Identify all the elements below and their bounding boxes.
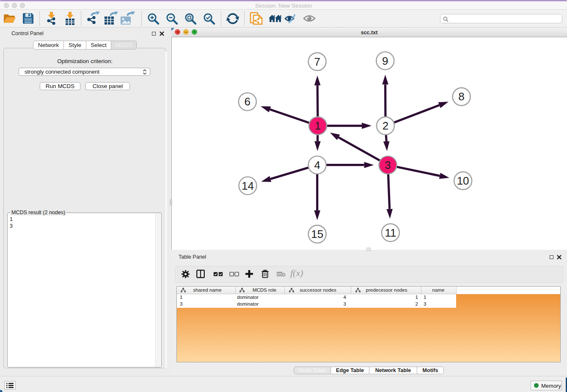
svg-text:15: 15 bbox=[311, 228, 323, 240]
svg-text:10: 10 bbox=[457, 174, 469, 187]
svg-text:8: 8 bbox=[458, 90, 464, 103]
svg-text:1: 1 bbox=[315, 119, 321, 132]
svg-text:2: 2 bbox=[383, 119, 388, 132]
svg-text:11: 11 bbox=[385, 226, 396, 239]
svg-text:9: 9 bbox=[382, 55, 388, 67]
svg-text:7: 7 bbox=[314, 55, 320, 68]
svg-text:4: 4 bbox=[314, 159, 320, 171]
svg-text:14: 14 bbox=[242, 179, 254, 192]
svg-text:3: 3 bbox=[385, 159, 391, 171]
svg-text:6: 6 bbox=[245, 95, 250, 108]
